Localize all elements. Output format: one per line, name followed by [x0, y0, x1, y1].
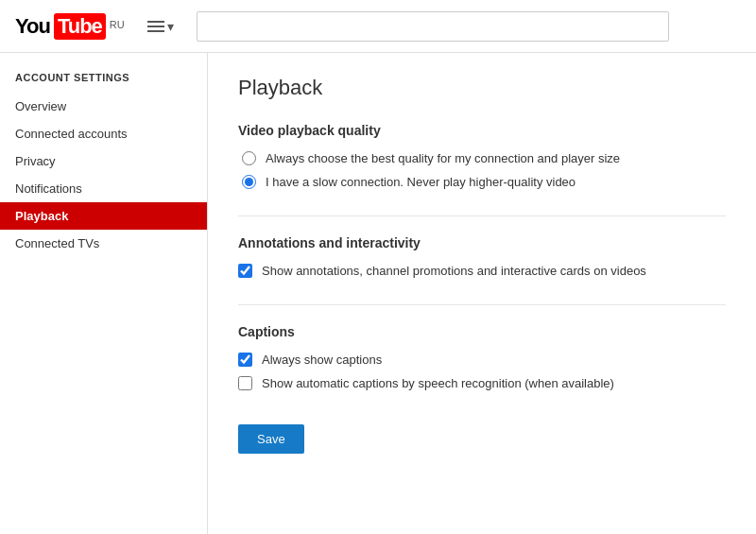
checkbox-always-captions-label: Always show captions	[262, 353, 382, 367]
sidebar-item-overview[interactable]: Overview	[0, 93, 207, 120]
save-button[interactable]: Save	[238, 424, 304, 454]
divider-1	[238, 215, 726, 216]
sidebar-item-connected-tvs[interactable]: Connected TVs	[0, 230, 207, 257]
menu-arrow-icon: ▾	[167, 19, 174, 34]
logo-you: You	[15, 14, 50, 39]
radio-best-quality[interactable]: Always choose the best quality for my co…	[242, 151, 726, 165]
checkbox-auto-captions-label: Show automatic captions by speech recogn…	[262, 376, 614, 390]
checkbox-auto-captions[interactable]: Show automatic captions by speech recogn…	[238, 376, 726, 390]
captions-title: Captions	[238, 324, 726, 339]
sidebar-item-notifications[interactable]: Notifications	[0, 175, 207, 202]
annotations-title: Annotations and interactivity	[238, 235, 726, 250]
main-content: Playback Video playback quality Always c…	[208, 53, 756, 534]
checkbox-auto-captions-input[interactable]	[238, 376, 252, 390]
page-title: Playback	[238, 76, 726, 100]
radio-slow-connection[interactable]: I have a slow connection. Never play hig…	[242, 175, 726, 189]
main-layout: ACCOUNT SETTINGS Overview Connected acco…	[0, 53, 756, 534]
search-container	[197, 11, 669, 42]
checkbox-annotations-input[interactable]	[238, 264, 252, 278]
logo: YouTubeRU	[15, 13, 125, 40]
sidebar-item-playback[interactable]: Playback	[0, 202, 207, 230]
sidebar: ACCOUNT SETTINGS Overview Connected acco…	[0, 53, 208, 534]
radio-slow-connection-input[interactable]	[242, 175, 256, 189]
sidebar-item-connected-accounts[interactable]: Connected accounts	[0, 120, 207, 147]
video-quality-title: Video playback quality	[238, 123, 726, 138]
hamburger-icon	[147, 21, 164, 32]
captions-section: Captions Always show captions Show autom…	[238, 324, 726, 390]
logo-tube: Tube	[54, 13, 106, 40]
sidebar-heading: ACCOUNT SETTINGS	[0, 72, 207, 93]
annotations-section: Annotations and interactivity Show annot…	[238, 235, 726, 278]
divider-2	[238, 304, 726, 305]
checkbox-always-captions-input[interactable]	[238, 353, 252, 367]
menu-button[interactable]: ▾	[147, 19, 174, 34]
radio-slow-connection-label: I have a slow connection. Never play hig…	[266, 175, 576, 189]
radio-best-quality-input[interactable]	[242, 151, 256, 165]
radio-best-quality-label: Always choose the best quality for my co…	[266, 151, 620, 165]
sidebar-item-privacy[interactable]: Privacy	[0, 147, 207, 175]
video-quality-options: Always choose the best quality for my co…	[242, 151, 726, 189]
search-input[interactable]	[197, 11, 669, 42]
logo-ru: RU	[110, 19, 125, 30]
video-quality-section: Video playback quality Always choose the…	[238, 123, 726, 189]
checkbox-always-captions[interactable]: Always show captions	[238, 353, 726, 367]
checkbox-annotations[interactable]: Show annotations, channel promotions and…	[238, 264, 726, 278]
checkbox-annotations-label: Show annotations, channel promotions and…	[262, 264, 646, 278]
header: YouTubeRU ▾	[0, 0, 756, 53]
